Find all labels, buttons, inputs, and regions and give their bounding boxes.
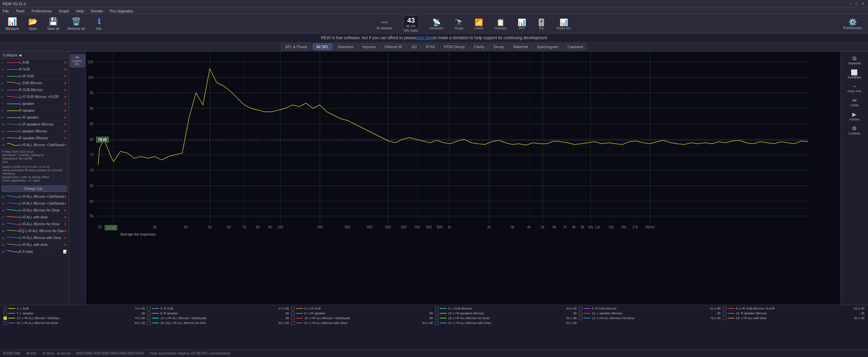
limits-button[interactable]: ⇔ Limits bbox=[849, 96, 860, 108]
tab-gd[interactable]: GD bbox=[408, 43, 421, 50]
close-icon[interactable]: ✕ bbox=[64, 236, 67, 240]
legend-checkbox[interactable] bbox=[435, 307, 438, 310]
generator-button[interactable]: 📡 Generator bbox=[427, 17, 447, 31]
close-icon[interactable]: ✕ bbox=[64, 143, 67, 148]
close-icon[interactable]: ✕ bbox=[64, 101, 67, 106]
legend-checkbox[interactable] bbox=[723, 316, 726, 320]
sidebar-item[interactable]: 5 R SUB 88cross ✕ bbox=[0, 87, 68, 94]
menu-tools[interactable]: Tools bbox=[14, 9, 26, 13]
sidebar-item[interactable]: 18 L+R ALL 88cross No Dirac ✕ bbox=[0, 221, 68, 228]
legend-item[interactable]: 8: R speaker dB bbox=[147, 311, 290, 315]
legend-item[interactable]: 18: L+R ALL with dirac 80,4 dB bbox=[722, 316, 865, 320]
sidebar-item[interactable]: 1 L SUB ✕ bbox=[0, 59, 68, 66]
legend-item[interactable]: 7: L speaker dB bbox=[3, 311, 146, 315]
legend-checkbox[interactable] bbox=[579, 312, 582, 315]
sidebar-item[interactable]: 14 L+R ALL 88cross +2delSpeak ✕ bbox=[0, 193, 68, 200]
sidebar-item[interactable]: 8 R speaker ✕ bbox=[0, 107, 68, 114]
collapse-button[interactable]: Collapse ◀ bbox=[3, 53, 21, 57]
legend-checkbox[interactable] bbox=[3, 307, 7, 310]
sidebar-item[interactable]: 21 L+R ALL with dirac ✕ bbox=[0, 241, 68, 248]
separate-button[interactable]: ⧉ Separate bbox=[847, 54, 862, 66]
controls-button[interactable]: ⚙ Controls bbox=[848, 124, 861, 136]
scrollbars-button[interactable]: ⬜ Scrollbars bbox=[846, 68, 862, 80]
legend-item[interactable]: 1: L SUB 70,0 dB bbox=[3, 306, 146, 311]
legend-item[interactable]: 3: L+R SUB bbox=[291, 306, 434, 311]
legend-checkbox[interactable] bbox=[723, 312, 726, 315]
legend-checkbox[interactable] bbox=[291, 321, 295, 325]
change-cal-button[interactable]: Change Cal... bbox=[1, 185, 67, 192]
legend-checkbox[interactable] bbox=[291, 316, 295, 320]
close-icon[interactable]: ✕ bbox=[64, 81, 67, 86]
legend-checkbox[interactable] bbox=[147, 312, 151, 315]
close-icon[interactable]: ✕ bbox=[64, 136, 67, 141]
open-button[interactable]: 📂 Open bbox=[24, 16, 42, 32]
capture-spl-button[interactable]: 📷 CaptureSPL bbox=[70, 54, 85, 67]
legend-item[interactable]: 13: L+R ALL 88cross +2delSpe... 79,5 dB bbox=[3, 316, 146, 320]
sidebar-item[interactable]: 20 L+R ALL 88cross with Dirac ✕ bbox=[0, 235, 68, 241]
legend-item[interactable]: 22: L+R ALL 88cross with Dirac 95,5 dB bbox=[434, 321, 577, 325]
legend-checkbox[interactable] bbox=[147, 316, 151, 320]
legend-checkbox[interactable] bbox=[147, 307, 151, 310]
legend-item[interactable]: 14: L+R ALL 88cross +2delSpeak dB bbox=[147, 316, 290, 320]
close-icon[interactable]: ✕ bbox=[64, 242, 67, 247]
legend-item[interactable]: 11: L speaker 88cross dB bbox=[578, 311, 721, 315]
levels-button[interactable]: 📶 Levels bbox=[472, 17, 486, 31]
close-icon[interactable]: ✕ bbox=[64, 108, 67, 113]
freq-axis-button[interactable]: ↔ Freq. Axis bbox=[846, 82, 862, 94]
tab-impulse[interactable]: Impulse bbox=[359, 43, 380, 50]
tab-rt60-decay[interactable]: RT60 Decay bbox=[440, 43, 469, 50]
sidebar-item[interactable]: 2 R SUB ✕ bbox=[0, 66, 68, 73]
menu-pro-upgrades[interactable]: Pro Upgrades bbox=[108, 9, 134, 13]
menu-graph[interactable]: Graph bbox=[57, 9, 71, 13]
legend-item[interactable]: 10: L+R speakers 88cross dB bbox=[434, 311, 577, 315]
sidebar-item[interactable]: 10 L+R speakers 88cross ✕ bbox=[0, 121, 68, 128]
info-button[interactable]: ℹ Info bbox=[90, 16, 108, 32]
sidebar-item[interactable]: 13 L+R ALL 88cross +2delSpeak ✕ bbox=[0, 142, 68, 149]
donate-link[interactable]: click here bbox=[416, 35, 434, 40]
legend-checkbox[interactable] bbox=[579, 307, 582, 310]
close-icon[interactable]: ✕ bbox=[64, 60, 67, 65]
legend-checkbox[interactable] bbox=[3, 312, 7, 315]
close-icon[interactable]: ✕ bbox=[64, 74, 67, 79]
legend-item[interactable]: 12: R speaker 88cross dB bbox=[722, 311, 865, 315]
maximize-button[interactable]: □ bbox=[854, 1, 859, 6]
legend-item[interactable]: 16: L+R ALL 88cross No Dirac 90,1 dB bbox=[434, 316, 577, 320]
tab-spectrogram[interactable]: Spectrogram bbox=[533, 43, 562, 50]
legend-item[interactable]: 21: L+R ALL 88cross with Dirac 80,6 dB bbox=[291, 321, 434, 325]
tab-waterfall[interactable]: Waterfall bbox=[509, 43, 532, 50]
eq-button[interactable]: 🎚️ EQ bbox=[534, 17, 549, 31]
close-icon[interactable]: ✕ bbox=[64, 215, 67, 220]
tab-distortion[interactable]: Distortion bbox=[334, 43, 357, 50]
sidebar-item[interactable]: 4 L SUB 88cross ✕ bbox=[0, 80, 68, 87]
sidebar-item[interactable]: 12 R speaker 88cross ✕ bbox=[0, 135, 68, 142]
actions-button[interactable]: ▶ Actions bbox=[848, 110, 861, 122]
rta-button[interactable]: 📊 RTA bbox=[515, 17, 529, 31]
tab-rt60[interactable]: RT60 bbox=[422, 43, 439, 50]
minimize-button[interactable]: ─ bbox=[848, 1, 853, 6]
ir-windows-button[interactable]: 〰️ IR windows bbox=[374, 17, 395, 31]
close-icon[interactable]: ✕ bbox=[64, 208, 67, 213]
sidebar-item[interactable]: 9 L+R speaker ✕ bbox=[0, 114, 68, 121]
legend-checkbox[interactable] bbox=[435, 312, 438, 315]
sidebar-item[interactable]: 3 L+R SUB ✕ bbox=[0, 73, 68, 80]
spl-meter-button[interactable]: 43 dB SPL SPL meter bbox=[401, 14, 422, 34]
tab-all-spl[interactable]: All SPL bbox=[313, 43, 333, 50]
menu-file[interactable]: File bbox=[1, 9, 10, 13]
legend-item[interactable]: 9: L+R speaker dB bbox=[291, 311, 434, 315]
menu-preferences[interactable]: Preferences bbox=[30, 9, 53, 13]
legend-item[interactable]: 2: R SUB 67,5 dB bbox=[147, 306, 290, 311]
sidebar-item[interactable]: 15 L+R ALL 88cross +2delSpeak ✕ bbox=[0, 200, 68, 207]
legend-item[interactable]: 5: R SUB 88cross 62,4 dB bbox=[578, 306, 721, 311]
preferences-button[interactable]: ⚙️ Preferences bbox=[840, 17, 865, 31]
overlays-button[interactable]: 📋 Overlays bbox=[492, 17, 510, 31]
remove-all-button[interactable]: 🗑️ Remove all bbox=[65, 16, 87, 32]
notes-icon[interactable]: 📝 bbox=[63, 250, 67, 253]
close-icon[interactable]: ✕ bbox=[64, 115, 67, 120]
close-icon[interactable]: ✕ bbox=[64, 201, 67, 206]
legend-item[interactable]: 17: L+R ALL 88cross Full Dirac 79,8 dB bbox=[578, 316, 721, 320]
save-all-button[interactable]: 💾 Save all bbox=[44, 16, 62, 32]
close-icon[interactable]: ✕ bbox=[64, 222, 67, 227]
menu-donate[interactable]: Donate bbox=[89, 9, 104, 13]
close-icon[interactable]: ✕ bbox=[64, 229, 67, 234]
tab-clarity[interactable]: Clarity bbox=[470, 43, 488, 50]
